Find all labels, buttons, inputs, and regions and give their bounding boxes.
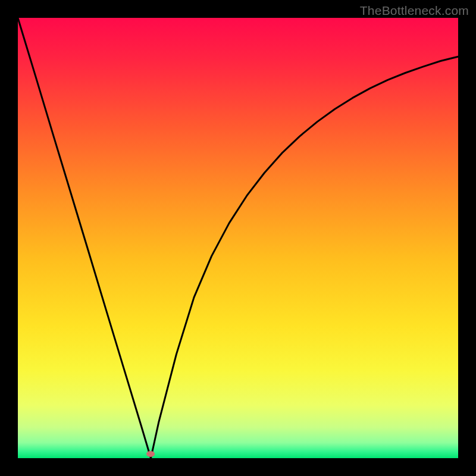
bottleneck-curve <box>18 18 458 458</box>
watermark-text: TheBottleneck.com <box>360 4 469 18</box>
plot-area <box>18 18 458 458</box>
minimum-marker <box>146 451 155 457</box>
chart-frame: TheBottleneck.com <box>0 0 476 476</box>
